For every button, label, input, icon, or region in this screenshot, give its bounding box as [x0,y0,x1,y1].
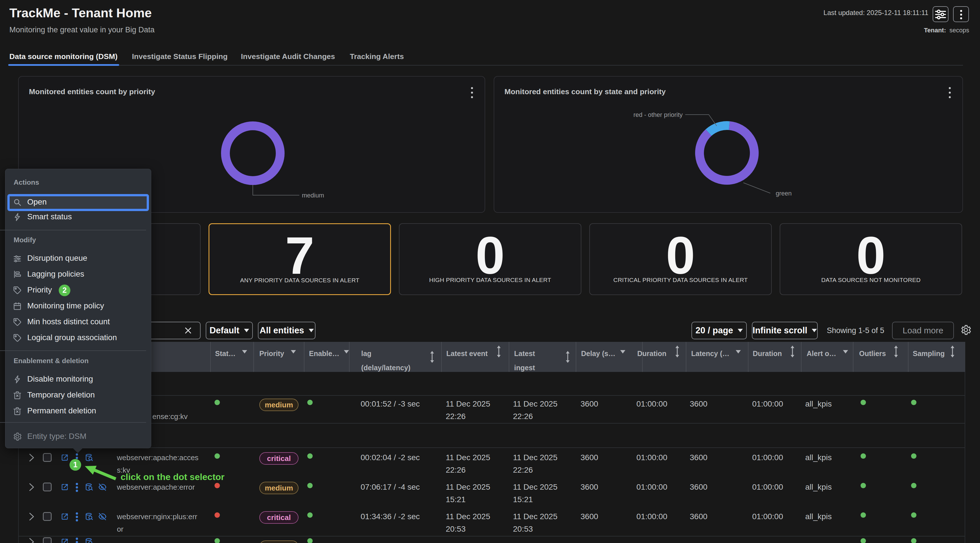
svg-text:red - other priority: red - other priority [633,111,682,118]
svg-text:green: green [776,190,792,197]
svg-text:medium: medium [302,192,324,199]
